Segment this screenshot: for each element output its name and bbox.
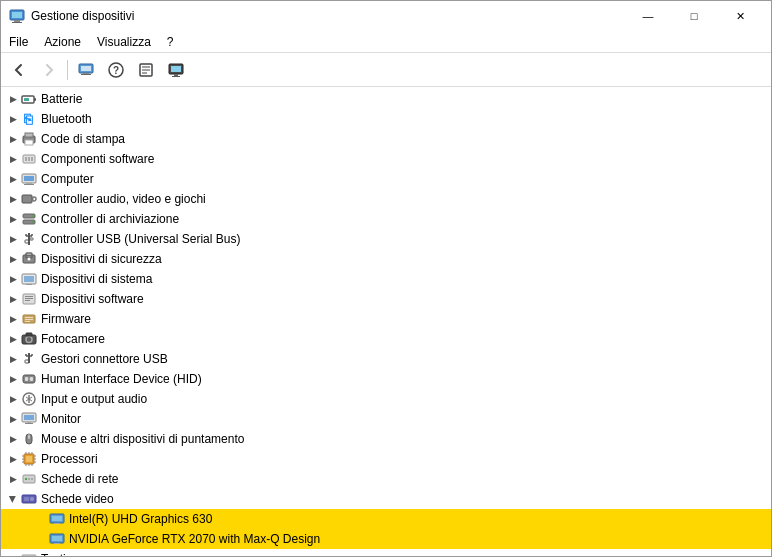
tree-item-mouse[interactable]: ▶ Mouse e altri dispositivi di puntament… <box>1 429 771 449</box>
expander-controller-audio[interactable]: ▶ <box>5 191 21 207</box>
tree-item-monitor[interactable]: ▶ Monitor <box>1 409 771 429</box>
label-dispositivi-sistema: Dispositivi di sistema <box>41 272 152 286</box>
svg-rect-7 <box>81 74 91 75</box>
label-fotocamere: Fotocamere <box>41 332 105 346</box>
tree-item-dispositivi-software[interactable]: ▶ Dispositivi software <box>1 289 771 309</box>
menu-file[interactable]: File <box>1 33 36 51</box>
menu-bar: File Azione Visualizza ? <box>1 31 771 53</box>
expander-schede-rete[interactable]: ▶ <box>5 471 21 487</box>
tree-item-componenti-software[interactable]: ▶ Componenti software <box>1 149 771 169</box>
expander-mouse[interactable]: ▶ <box>5 431 21 447</box>
properties-button[interactable] <box>132 57 160 83</box>
svg-rect-80 <box>25 423 33 424</box>
label-schede-rete: Schede di rete <box>41 472 118 486</box>
expander-input-output[interactable]: ▶ <box>5 391 21 407</box>
tree-item-controller-archiviazione[interactable]: ▶ Controller di archiviazione <box>1 209 771 229</box>
menu-action[interactable]: Azione <box>36 33 89 51</box>
svg-rect-79 <box>27 422 31 423</box>
expander-bluetooth[interactable]: ▶ <box>5 111 21 127</box>
svg-rect-54 <box>25 298 33 299</box>
bluetooth-icon: ⎘ <box>21 111 37 127</box>
tree-item-bluetooth[interactable]: ▶ ⎘ Bluetooth <box>1 109 771 129</box>
svg-rect-27 <box>28 157 30 161</box>
tree-item-firmware[interactable]: ▶ Firmware <box>1 309 771 329</box>
monitor-button[interactable] <box>162 57 190 83</box>
expander-computer[interactable]: ▶ <box>5 171 21 187</box>
tree-item-nvidia-gpu[interactable]: ▶ NVIDIA GeForce RTX 2070 with Max-Q Des… <box>1 529 771 549</box>
cpu-icon <box>21 451 37 467</box>
tree-item-processori[interactable]: ▶ <box>1 449 771 469</box>
tree-item-controller-audio[interactable]: ▶ Controller audio, video e giochi <box>1 189 771 209</box>
svg-rect-5 <box>81 66 91 71</box>
svg-rect-110 <box>52 516 62 521</box>
svg-rect-23 <box>25 133 33 137</box>
tree-item-dispositivi-sistema[interactable]: ▶ Dispositivi di sistema <box>1 269 771 289</box>
device-manager-button[interactable] <box>72 57 100 83</box>
tree-item-code-stampa[interactable]: ▶ Code di stampa <box>1 129 771 149</box>
security-icon <box>21 251 37 267</box>
svg-rect-59 <box>25 321 30 322</box>
expander-monitor[interactable]: ▶ <box>5 411 21 427</box>
svg-rect-17 <box>172 76 180 77</box>
svg-rect-106 <box>26 503 28 504</box>
expander-processori[interactable]: ▶ <box>5 451 21 467</box>
expander-dispositivi-software[interactable]: ▶ <box>5 291 21 307</box>
expander-tastiere[interactable]: ▶ <box>5 551 21 556</box>
tree-item-gestori-connettore[interactable]: ▶ Gestori connettore USB <box>1 349 771 369</box>
expander-dispositivi-sistema[interactable]: ▶ <box>5 271 21 287</box>
tree-item-input-output[interactable]: ▶ Input e output audio <box>1 389 771 409</box>
tree-item-computer[interactable]: ▶ Computer <box>1 169 771 189</box>
close-button[interactable]: ✕ <box>717 1 763 31</box>
main-window: Gestione dispositivi — □ ✕ File Azione V… <box>0 0 772 557</box>
back-button[interactable] <box>5 57 33 83</box>
svg-point-67 <box>31 354 33 356</box>
svg-rect-2 <box>14 20 20 22</box>
help-button[interactable]: ? <box>102 57 130 83</box>
expander-human-interface[interactable]: ▶ <box>5 371 21 387</box>
audio-icon <box>21 191 37 207</box>
label-processori: Processori <box>41 452 98 466</box>
tree-item-controller-usb[interactable]: ▶ Controller USB (Universal Serial Bus) <box>1 229 771 249</box>
svg-rect-50 <box>24 276 34 282</box>
expander-code-stampa[interactable]: ▶ <box>5 131 21 147</box>
tree-item-tastiere[interactable]: ▶ Tastiere <box>1 549 771 556</box>
expander-fotocamere[interactable]: ▶ <box>5 331 21 347</box>
gpu-icon <box>21 491 37 507</box>
expander-batterie[interactable]: ▶ <box>5 91 21 107</box>
tree-item-schede-rete[interactable]: ▶ Schede di rete <box>1 469 771 489</box>
expander-firmware[interactable]: ▶ <box>5 311 21 327</box>
expander-gestori-connettore[interactable]: ▶ <box>5 351 21 367</box>
system-icon <box>21 271 37 287</box>
expander-componenti-software[interactable]: ▶ <box>5 151 21 167</box>
expander-controller-usb[interactable]: ▶ <box>5 231 21 247</box>
expander-controller-archiviazione[interactable]: ▶ <box>5 211 21 227</box>
label-human-interface: Human Interface Device (HID) <box>41 372 202 386</box>
expander-schede-video[interactable]: ▶ <box>5 491 21 507</box>
label-input-output: Input e output audio <box>41 392 147 406</box>
svg-rect-115 <box>22 555 36 556</box>
minimize-button[interactable]: — <box>625 1 671 31</box>
tree-item-human-interface[interactable]: ▶ Human Interface Device (HID) <box>1 369 771 389</box>
tree-item-batterie[interactable]: ▶ Batterie <box>1 89 771 109</box>
tree-item-fotocamere[interactable]: ▶ Fotocamere <box>1 329 771 349</box>
svg-rect-1 <box>12 12 22 18</box>
svg-rect-85 <box>26 456 32 462</box>
maximize-button[interactable]: □ <box>671 1 717 31</box>
forward-button[interactable] <box>35 57 63 83</box>
menu-view[interactable]: Visualizza <box>89 33 159 51</box>
toolbar-separator-1 <box>67 60 68 80</box>
svg-rect-57 <box>25 317 33 318</box>
menu-help[interactable]: ? <box>159 33 182 51</box>
label-computer: Computer <box>41 172 94 186</box>
network-icon <box>21 471 37 487</box>
tree-item-schede-video[interactable]: ▶ Schede video <box>1 489 771 509</box>
svg-rect-53 <box>25 296 33 297</box>
label-batterie: Batterie <box>41 92 82 106</box>
gpu-device-icon <box>49 511 65 527</box>
expander-dispositivi-sicurezza[interactable]: ▶ <box>5 251 21 267</box>
tree-item-dispositivi-sicurezza[interactable]: ▶ Dispositivi di sicurezza <box>1 249 771 269</box>
device-tree[interactable]: ▶ Batterie ▶ ⎘ Bluetoot <box>1 87 771 556</box>
tree-item-intel-gpu[interactable]: ▶ Intel(R) UHD Graphics 630 <box>1 509 771 529</box>
svg-rect-32 <box>24 184 34 185</box>
svg-rect-71 <box>30 377 33 381</box>
